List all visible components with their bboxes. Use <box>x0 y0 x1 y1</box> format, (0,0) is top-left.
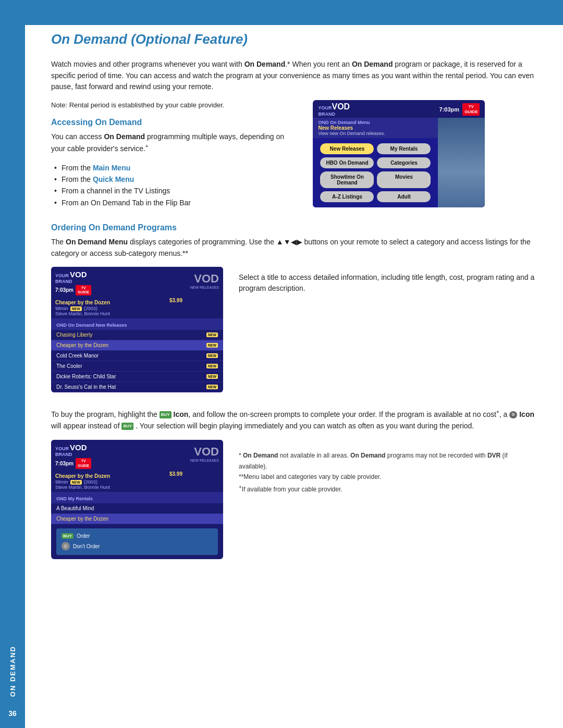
vod-btn-hbo[interactable]: HBO On Demand <box>320 157 374 168</box>
vod-listing-items: Chasing Liberty NEW Cheaper by the Dozen… <box>51 330 223 392</box>
vod-item-title-5: Dickie Roberts: Child Star <box>56 374 116 379</box>
accessing-bullets: From the Main Menu From the Quick Menu F… <box>51 162 297 209</box>
vod-item-badge-6: NEW <box>206 385 218 389</box>
vod-order-price: $3.99 <box>169 471 182 477</box>
vod-movie-title: Cheaper by the Dozen <box>55 300 110 305</box>
vod-item-title-1: Chasing Liberty <box>56 332 92 338</box>
top-bar <box>0 0 563 25</box>
footnote-1: * On Demand not available in all areas. … <box>239 450 537 472</box>
buy-section: To buy the program, highlight the BUY Ic… <box>51 408 537 559</box>
buy-badge-dialog: BUY <box>62 533 74 539</box>
vod-main-area: OND On Demand Menu New Releases View new… <box>313 118 485 207</box>
vod-item-title-2: Cheaper by the Dozen <box>56 342 108 348</box>
page-title: On Demand (Optional Feature) <box>51 31 537 47</box>
vod-item-badge-4: NEW <box>206 364 218 368</box>
vod-order-item-1[interactable]: A Beautiful Mind <box>51 503 223 514</box>
free-icon-inline: ⊙ <box>509 411 517 418</box>
vod-header-row: YOUR VOD BRAND 7:03pm TVGUIDE <box>313 100 485 118</box>
vod-order-movie-title: Cheaper by the Dozen <box>55 473 110 479</box>
vod-list-item-1[interactable]: Chasing Liberty NEW <box>51 330 223 340</box>
ordering-right-text: Select a title to access detailed inform… <box>239 267 537 393</box>
vod-menu-desc: View new On Demand releases. <box>318 131 433 136</box>
vod-image-area <box>438 118 485 207</box>
vod-btn-showtime[interactable]: Showtime On Demand <box>320 171 374 188</box>
intro-text: Watch movies and other programs whenever… <box>51 59 537 93</box>
vod-listing-brand-name: BRAND <box>55 279 182 284</box>
buy-body-text: To buy the program, highlight the BUY Ic… <box>51 408 537 431</box>
buy-icon-inline: BUY <box>160 411 172 418</box>
vod-btn-categories[interactable]: Categories <box>377 157 431 168</box>
vod-order-info: YOUR VOD BRAND 7:03pm TVGUIDE Cheaper by… <box>55 443 182 490</box>
vod-order-menu-bar: OND My Rentals <box>51 492 223 503</box>
vod-order-item-title-1: A Beautiful Mind <box>56 505 94 511</box>
vod-time-top: 7:03pm <box>439 106 460 113</box>
ordering-two-col: YOUR VOD BRAND 7:03pm TVGUIDE Cheaper by… <box>51 267 537 393</box>
vod-order-dialog: BUY Order ⊙ Don't Order <box>56 528 218 555</box>
select-info-text: Select a title to access detailed inform… <box>239 272 537 294</box>
vod-btn-movies[interactable]: Movies <box>377 171 431 188</box>
accessing-section: Note: Rental period is establisthed by y… <box>51 100 537 213</box>
vod-order-mockup: YOUR VOD BRAND 7:03pm TVGUIDE Cheaper by… <box>51 440 223 559</box>
vod-list-item-5[interactable]: Dickie Roberts: Child Star NEW <box>51 372 223 382</box>
vod-item-title-6: Dr. Seuss's Cat in the Hat <box>56 384 116 390</box>
vod-left-panel: OND On Demand Menu New Releases View new… <box>313 118 438 207</box>
vod-brand-name: BRAND <box>318 112 350 117</box>
vod-listing-info: YOUR VOD BRAND 7:03pm TVGUIDE Cheaper by… <box>55 270 182 317</box>
vod-order-menu-label: OND My Rentals <box>56 496 93 501</box>
tv-guide-badge-order: TVGUIDE <box>76 458 91 469</box>
vod-order-brand-name: BRAND <box>55 452 182 457</box>
vod-item-title-4: The Cooler <box>56 363 82 369</box>
vod-vod: VOD <box>332 102 350 112</box>
vod-listing-menu-label: OND On Demand New Releases <box>56 323 127 328</box>
vod-btn-adult[interactable]: Adult <box>377 191 431 202</box>
vod-list-item-4[interactable]: The Cooler NEW <box>51 361 223 372</box>
vod-list-item-3[interactable]: Cold Creek Manor NEW <box>51 351 223 361</box>
vod-listing-mockup: YOUR VOD BRAND 7:03pm TVGUIDE Cheaper by… <box>51 267 223 393</box>
vod-order-your: YOUR <box>55 446 69 451</box>
bullet-3: From a channel in the TV Listings <box>62 185 297 196</box>
footnote-3: +If available from your cable provider. <box>239 483 537 495</box>
vod-dialog-dont-order[interactable]: ⊙ Don't Order <box>62 540 213 552</box>
sidebar-label: ON DEMAND <box>9 646 17 697</box>
vod-btn-new-releases[interactable]: New Releases <box>320 143 374 154</box>
vod-order-header: YOUR VOD BRAND 7:03pm TVGUIDE Cheaper by… <box>51 440 223 492</box>
buy-icon-inline2: BUY <box>121 423 133 430</box>
vod-order-year: (2003) <box>84 479 97 485</box>
vod-dialog-order[interactable]: BUY Order <box>62 532 213 540</box>
bullet-1: From the Main Menu <box>62 162 297 174</box>
note-text: Note: Rental period is establisthed by y… <box>51 100 297 110</box>
vod-listing-your: YOUR <box>55 273 69 278</box>
vod-order-item-title-2: Cheaper by the Dozen <box>56 516 108 522</box>
vod-movie-info: Cheaper by the Dozen $3.99 98min NEW (20… <box>55 298 182 316</box>
vod-movie-year: (2003) <box>84 306 97 311</box>
vod-item-badge-1: NEW <box>206 332 218 337</box>
footnotes: * On Demand not available in all areas. … <box>239 450 537 495</box>
vod-order-items: A Beautiful Mind Cheaper by the Dozen <box>51 503 223 524</box>
vod-logo-big: VOD <box>194 272 219 285</box>
vod-listing-menu-bar: OND On Demand New Releases <box>51 318 223 330</box>
vod-order-item-2[interactable]: Cheaper by the Dozen <box>51 514 223 524</box>
tv-guide-badge-top: TVGUIDE <box>462 103 480 115</box>
vod-list-item-6[interactable]: Dr. Seuss's Cat in the Hat NEW <box>51 382 223 392</box>
accessing-left: Note: Rental period is establisthed by y… <box>51 100 297 213</box>
vod-order-logo-sub: NEW RELEASES <box>182 459 219 462</box>
vod-order-movie-info: Cheaper by the Dozen $3.99 98min NEW (20… <box>55 471 182 490</box>
vod-item-badge-2: NEW <box>206 343 218 348</box>
vod-list-item-2[interactable]: Cheaper by the Dozen NEW <box>51 340 223 351</box>
vod-order-cast: Steve Martin, Bonnie Hunt <box>55 485 182 490</box>
ordering-heading: Ordering On Demand Programs <box>51 223 537 232</box>
vod-movie-cast: Steve Martin, Bonnie Hunt <box>55 311 182 316</box>
bullet-4: From an On Demand Tab in the Flip Bar <box>62 197 297 208</box>
vod-listing-logo-area: VOD NEW RELEASES <box>182 270 219 289</box>
vod-listing-time: 7:03pm <box>55 287 74 293</box>
vod-btn-my-rentals[interactable]: My Rentals <box>377 143 431 154</box>
vod-order-logo-big: VOD <box>194 445 219 458</box>
vod-menu-label: OND On Demand Menu <box>318 120 433 125</box>
free-badge-dialog: ⊙ <box>62 542 70 550</box>
vod-listing-col: YOUR VOD BRAND 7:03pm TVGUIDE Cheaper by… <box>51 267 223 393</box>
vod-btn-az[interactable]: A-Z Listings <box>320 191 374 202</box>
vod-listing-time-row: 7:03pm TVGUIDE <box>55 285 182 296</box>
tv-guide-badge-listing: TVGUIDE <box>76 285 91 296</box>
vod-listing-brand: YOUR VOD <box>55 270 182 279</box>
accessing-heading: Accessing On Demand <box>51 118 297 127</box>
